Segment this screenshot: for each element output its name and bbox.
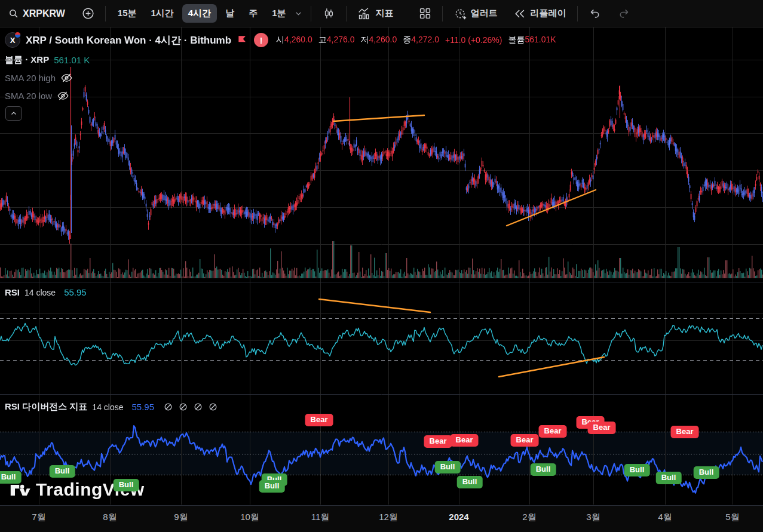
toolbar-divider xyxy=(442,6,443,21)
bull-label: Bull xyxy=(457,476,483,488)
add-symbol-button[interactable] xyxy=(77,4,99,23)
undo-button[interactable] xyxy=(584,5,605,23)
indicators-icon xyxy=(357,7,372,20)
change-readout: +11.0 (+0.26%) xyxy=(445,35,502,45)
toolbar-divider xyxy=(577,6,578,21)
flag-bookmark-icon[interactable] xyxy=(237,34,249,46)
slashed-circle-icon[interactable] xyxy=(179,402,188,411)
sma-high-legend[interactable]: SMA 20 high xyxy=(5,72,73,84)
ohlc-item: 종4,272.0 xyxy=(403,35,439,45)
bear-label: Bear xyxy=(511,434,539,447)
symbol-info-row: X XRP / South Korean Won · 4시간 · Bithumb… xyxy=(5,32,556,48)
alert-button[interactable]: 얼러트 xyxy=(449,4,502,23)
eye-off-icon[interactable] xyxy=(57,90,69,102)
bear-label: Bear xyxy=(539,425,567,438)
timeframe-button[interactable]: 1분 xyxy=(266,4,292,23)
volume-readout: 볼륨561.01K xyxy=(508,35,556,45)
replay-rewind-icon xyxy=(513,7,526,20)
time-axis-label: 9월 xyxy=(174,512,188,523)
timeframe-button[interactable]: 4시간 xyxy=(182,4,217,23)
tradingview-app: XRPKRW 15분1시간4시간날주1분 xyxy=(0,0,763,532)
symbol-search-button[interactable]: XRPKRW xyxy=(4,5,70,22)
layout-templates-button[interactable] xyxy=(414,4,436,23)
rsi-legend[interactable]: RSI 14 close 55.95 xyxy=(5,287,87,297)
search-icon xyxy=(8,8,19,19)
bull-label: Bull xyxy=(694,466,719,479)
bull-label: Bull xyxy=(435,461,461,473)
slashed-circle-icon[interactable] xyxy=(194,402,203,411)
replay-button[interactable]: 리플레이 xyxy=(508,4,571,23)
toolbar-divider xyxy=(105,6,106,21)
slashed-circle-icon[interactable] xyxy=(164,402,173,411)
bull-label: Bull xyxy=(259,480,285,493)
bull-label: Bull xyxy=(656,472,682,484)
grid-layout-icon xyxy=(419,7,431,20)
volume-legend-title: 볼륨 · XRP xyxy=(5,54,49,66)
bull-label: Bull xyxy=(0,471,21,484)
toolbar-divider xyxy=(346,6,347,21)
alert-label: 얼러트 xyxy=(471,8,498,19)
korea-flag-badge xyxy=(14,32,21,38)
rsi-legend-title: RSI xyxy=(5,287,20,297)
timeframe-dropdown-button[interactable] xyxy=(292,7,305,20)
timeframe-button[interactable]: 1시간 xyxy=(145,4,180,23)
bull-label: Bull xyxy=(624,464,650,476)
symbol-search-label: XRPKRW xyxy=(23,8,65,19)
timeframe-button[interactable]: 15분 xyxy=(112,4,143,23)
ohlc-readout: 시4,260.0고4,276.0저4,260.0종4,272.0+11.0 (+… xyxy=(276,35,556,45)
redo-button[interactable] xyxy=(614,5,635,23)
chart-style-button[interactable] xyxy=(317,4,340,23)
sma-high-label: SMA 20 high xyxy=(5,73,56,83)
divergence-legend-title: RSI 다이버전스 지표 xyxy=(5,401,87,413)
tradingview-logo-icon xyxy=(10,481,31,498)
rsi-legend-params: 14 close xyxy=(24,288,56,297)
sma-low-legend[interactable]: SMA 20 low xyxy=(5,90,69,102)
ohlc-item: 저4,260.0 xyxy=(361,35,397,45)
time-axis-label: 12월 xyxy=(379,512,398,523)
bear-label: Bear xyxy=(671,426,699,438)
divergence-legend-params: 14 close xyxy=(92,402,123,412)
chevron-down-icon xyxy=(295,10,302,17)
candlestick-icon xyxy=(322,7,335,20)
bear-label: Bear xyxy=(588,422,616,434)
xrp-logo: X xyxy=(5,32,20,48)
divergence-legend-value: 55.95 xyxy=(132,402,155,412)
chart-canvas[interactable] xyxy=(0,0,763,532)
alert-exclamation-badge[interactable]: ! xyxy=(254,33,268,47)
toolbar-divider xyxy=(311,6,311,21)
plus-circle-icon xyxy=(82,7,94,20)
time-axis[interactable]: 7월8월9월10월11월12월20242월3월4월5월 xyxy=(0,505,763,532)
bull-label: Bull xyxy=(50,465,75,478)
eye-off-icon[interactable] xyxy=(60,72,73,84)
undo-icon xyxy=(589,8,600,20)
top-toolbar: XRPKRW 15분1시간4시간날주1분 xyxy=(0,0,763,27)
collapse-legend-button[interactable] xyxy=(5,106,22,121)
time-axis-label: 4월 xyxy=(658,512,672,523)
rsi-legend-value: 55.95 xyxy=(64,287,87,297)
time-axis-label: 8월 xyxy=(103,512,117,523)
time-axis-label: 3월 xyxy=(586,512,600,523)
replay-label: 리플레이 xyxy=(531,8,566,19)
bear-label: Bear xyxy=(424,435,452,448)
timeframe-button[interactable]: 주 xyxy=(243,4,263,23)
xrp-logo-letter: X xyxy=(10,36,16,45)
bear-label: Bear xyxy=(451,434,479,447)
slashed-circle-icon[interactable] xyxy=(209,402,217,411)
time-axis-label: 2024 xyxy=(449,512,468,522)
bull-label: Bull xyxy=(531,463,556,476)
volume-legend-value: 561.01 K xyxy=(54,55,90,65)
time-axis-label: 2월 xyxy=(522,512,536,523)
timeframe-button[interactable]: 날 xyxy=(219,4,240,23)
time-axis-label: 11월 xyxy=(311,512,330,523)
timeframe-group: 15분1시간4시간날주1분 xyxy=(112,4,292,23)
volume-legend[interactable]: 볼륨 · XRP 561.01 K xyxy=(5,54,90,66)
sma-low-label: SMA 20 low xyxy=(5,91,52,101)
symbol-title[interactable]: XRP / South Korean Won · 4시간 · Bithumb xyxy=(26,33,231,47)
hidden-plot-toggles xyxy=(164,402,217,411)
time-axis-label: 10월 xyxy=(240,512,259,523)
time-axis-label: 5월 xyxy=(725,512,739,523)
bull-label: Bull xyxy=(114,479,139,491)
indicators-button[interactable]: 지표 xyxy=(353,4,399,23)
ohlc-item: 시4,260.0 xyxy=(276,35,312,45)
divergence-legend[interactable]: RSI 다이버전스 지표 14 close 55.95 xyxy=(5,401,217,413)
